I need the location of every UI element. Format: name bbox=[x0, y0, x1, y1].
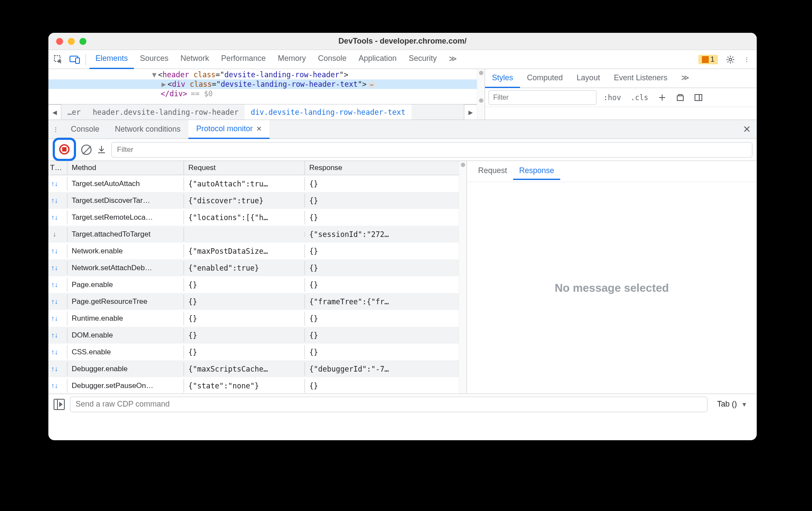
row-dir-icon: ↑↓ bbox=[48, 295, 67, 309]
col-header-response[interactable]: Response bbox=[305, 161, 459, 175]
breadcrumb-scroll-right-icon[interactable]: ▶ bbox=[464, 104, 477, 120]
dom-tree[interactable]: ▼<header class="devsite-landing-row-head… bbox=[48, 69, 477, 120]
dom-scrollbar[interactable] bbox=[477, 69, 485, 120]
row-response: {} bbox=[305, 278, 459, 292]
row-method: Page.getResourceTree bbox=[67, 295, 184, 309]
record-button[interactable] bbox=[59, 144, 70, 155]
tab-elements[interactable]: Elements bbox=[89, 50, 134, 69]
row-request: {} bbox=[184, 312, 305, 325]
more-options-icon[interactable]: ⋮ bbox=[739, 52, 754, 67]
col-header-request[interactable]: Request bbox=[184, 161, 305, 175]
styles-tabs: Styles Computed Layout Event Listeners ≫ bbox=[485, 69, 757, 88]
settings-icon[interactable] bbox=[723, 52, 738, 67]
dom-node[interactable]: ▼<header class="devsite-landing-row-head… bbox=[48, 70, 477, 79]
breadcrumb-scroll-left-icon[interactable]: ◀ bbox=[48, 104, 61, 120]
tab-network[interactable]: Network bbox=[174, 50, 215, 69]
toggle-sidebar-icon[interactable] bbox=[691, 91, 705, 104]
tab-console[interactable]: Console bbox=[312, 50, 352, 69]
device-toolbar-icon[interactable] bbox=[67, 52, 82, 67]
titlebar: DevTools - developer.chrome.com/ bbox=[48, 33, 757, 50]
tab-memory[interactable]: Memory bbox=[272, 50, 312, 69]
table-row[interactable]: ↓Target.attachedToTarget{"sessionId":"27… bbox=[48, 226, 459, 243]
table-scrollbar[interactable] bbox=[459, 161, 466, 394]
table-row[interactable]: ↑↓Target.setRemoteLoca…{"locations":[{"h… bbox=[48, 209, 459, 226]
styles-tab-styles[interactable]: Styles bbox=[485, 69, 520, 88]
inspect-element-icon[interactable] bbox=[51, 52, 66, 67]
breadcrumb-item[interactable]: …er bbox=[61, 104, 87, 120]
row-request bbox=[184, 232, 305, 237]
save-icon[interactable] bbox=[97, 145, 106, 155]
row-method: Debugger.setPauseOn… bbox=[67, 379, 184, 393]
cdp-command-input[interactable] bbox=[70, 397, 707, 412]
row-request: {"enabled":true} bbox=[184, 261, 305, 275]
drawer-tab-console[interactable]: Console bbox=[63, 120, 107, 138]
more-styles-tabs-icon[interactable]: ≫ bbox=[674, 69, 696, 88]
clear-button[interactable] bbox=[81, 145, 92, 155]
tab-performance[interactable]: Performance bbox=[215, 50, 272, 69]
table-row[interactable]: ↑↓Page.enable{}{} bbox=[48, 276, 459, 293]
scroll-dot bbox=[479, 98, 483, 103]
dom-node-selected[interactable]: ▶<div class="devsite-landing-row-header-… bbox=[48, 79, 477, 89]
table-row[interactable]: ↑↓Page.getResourceTree{}{"frameTree":{"f… bbox=[48, 293, 459, 310]
breadcrumb-item[interactable]: header.devsite-landing-row-header bbox=[87, 104, 245, 120]
record-icon bbox=[62, 147, 67, 151]
detail-tab-request[interactable]: Request bbox=[472, 163, 513, 180]
table-row[interactable]: ↑↓Debugger.enable{"maxScriptsCache…{"deb… bbox=[48, 360, 459, 377]
hov-button[interactable]: :hov bbox=[601, 91, 624, 104]
computed-styles-icon[interactable] bbox=[673, 91, 687, 104]
styles-tab-eventlisteners[interactable]: Event Listeners bbox=[607, 69, 674, 88]
row-request: {"maxPostDataSize… bbox=[184, 244, 305, 258]
protocol-filter-input[interactable] bbox=[111, 142, 752, 158]
table-row[interactable]: ↑↓Network.enable{"maxPostDataSize…{} bbox=[48, 243, 459, 259]
window-title: DevTools - developer.chrome.com/ bbox=[339, 37, 467, 46]
row-dir-icon: ↑↓ bbox=[48, 244, 67, 258]
breadcrumb-item-selected[interactable]: div.devsite-landing-row-header-text bbox=[244, 104, 411, 120]
col-header-type[interactable]: T… bbox=[48, 161, 67, 175]
more-tabs-icon[interactable]: ≫ bbox=[443, 50, 463, 69]
table-row[interactable]: ↑↓Network.setAttachDeb…{"enabled":true}{… bbox=[48, 259, 459, 276]
ellipsis-icon[interactable]: ⋯ bbox=[368, 82, 375, 88]
styles-toolbar: :hov .cls bbox=[485, 88, 757, 107]
tab-application[interactable]: Application bbox=[352, 50, 403, 69]
table-body: ↑↓Target.setAutoAttach{"autoAttach":tru…… bbox=[48, 175, 459, 394]
detail-tab-response[interactable]: Response bbox=[513, 163, 560, 180]
scroll-dot bbox=[479, 71, 483, 75]
table-row[interactable]: ↑↓Debugger.setPauseOn…{"state":"none"}{} bbox=[48, 377, 459, 394]
col-header-method[interactable]: Method bbox=[67, 161, 184, 175]
cls-button[interactable]: .cls bbox=[628, 91, 651, 104]
row-method: Network.setAttachDeb… bbox=[67, 261, 184, 275]
row-request: {} bbox=[184, 328, 305, 342]
show-left-panel-icon[interactable] bbox=[54, 399, 65, 410]
target-selector[interactable]: Tab () ▼ bbox=[713, 400, 752, 409]
tab-security[interactable]: Security bbox=[403, 50, 443, 69]
close-tab-icon[interactable]: ✕ bbox=[256, 125, 262, 133]
row-method: DOM.enable bbox=[67, 328, 184, 342]
warning-icon bbox=[702, 56, 709, 63]
drawer-more-icon[interactable]: ⋮ bbox=[48, 126, 63, 133]
table-row[interactable]: ↑↓DOM.enable{}{} bbox=[48, 327, 459, 344]
row-request: {"autoAttach":tru… bbox=[184, 177, 305, 191]
zoom-window-button[interactable] bbox=[79, 38, 86, 45]
row-request: {} bbox=[184, 295, 305, 309]
row-response: {} bbox=[305, 379, 459, 393]
new-style-rule-icon[interactable] bbox=[655, 91, 669, 104]
table-row[interactable]: ↑↓Target.setAutoAttach{"autoAttach":tru…… bbox=[48, 175, 459, 192]
dom-node-closing: </div>== $0 bbox=[48, 89, 477, 98]
drawer-tab-protocol-monitor[interactable]: Protocol monitor ✕ bbox=[188, 120, 270, 139]
minimize-window-button[interactable] bbox=[68, 38, 75, 45]
drawer-close-icon[interactable]: ✕ bbox=[743, 124, 751, 135]
tab-sources[interactable]: Sources bbox=[134, 50, 174, 69]
drawer-tab-network-conditions[interactable]: Network conditions bbox=[107, 120, 188, 138]
table-row[interactable]: ↑↓Target.setDiscoverTar…{"discover":true… bbox=[48, 192, 459, 209]
row-dir-icon: ↓ bbox=[48, 227, 67, 241]
styles-tab-computed[interactable]: Computed bbox=[520, 69, 570, 88]
row-request: {"locations":[{"h… bbox=[184, 211, 305, 224]
protocol-table: T… Method Request Response ↑↓Target.setA… bbox=[48, 161, 459, 394]
table-row[interactable]: ↑↓CSS.enable{}{} bbox=[48, 344, 459, 360]
issues-badge[interactable]: 1 bbox=[698, 55, 718, 64]
styles-panel: Styles Computed Layout Event Listeners ≫… bbox=[485, 69, 757, 120]
styles-filter-input[interactable] bbox=[488, 90, 596, 105]
close-window-button[interactable] bbox=[56, 38, 63, 45]
styles-tab-layout[interactable]: Layout bbox=[570, 69, 607, 88]
table-row[interactable]: ↑↓Runtime.enable{}{} bbox=[48, 310, 459, 327]
